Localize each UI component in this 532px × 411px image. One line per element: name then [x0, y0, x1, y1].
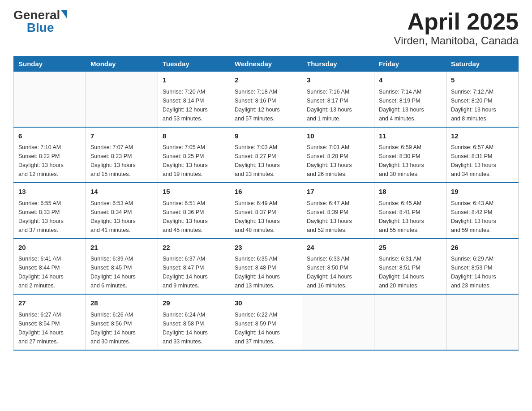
day-info: Sunrise: 6:31 AM Sunset: 8:51 PM Dayligh… [379, 254, 442, 290]
day-number: 22 [163, 243, 225, 253]
calendar-day-cell: 15Sunrise: 6:51 AM Sunset: 8:36 PM Dayli… [158, 183, 230, 239]
day-info: Sunrise: 6:43 AM Sunset: 8:42 PM Dayligh… [451, 199, 514, 235]
logo-text-blue: Blue [27, 21, 54, 34]
calendar-week-row: 20Sunrise: 6:41 AM Sunset: 8:44 PM Dayli… [14, 239, 519, 295]
day-number: 8 [163, 131, 225, 141]
day-number: 29 [163, 298, 225, 308]
calendar-day-cell: 22Sunrise: 6:37 AM Sunset: 8:47 PM Dayli… [158, 239, 230, 295]
calendar-day-cell: 17Sunrise: 6:47 AM Sunset: 8:39 PM Dayli… [302, 183, 374, 239]
day-info: Sunrise: 6:39 AM Sunset: 8:45 PM Dayligh… [90, 254, 153, 290]
calendar-day-cell [86, 72, 158, 127]
calendar-day-cell: 9Sunrise: 7:03 AM Sunset: 8:27 PM Daylig… [230, 127, 302, 183]
day-number: 4 [379, 75, 442, 86]
calendar-day-cell [14, 72, 86, 127]
calendar-day-cell: 14Sunrise: 6:53 AM Sunset: 8:34 PM Dayli… [86, 183, 158, 239]
calendar-day-cell: 2Sunrise: 7:18 AM Sunset: 8:16 PM Daylig… [230, 72, 302, 127]
day-number: 2 [235, 75, 297, 86]
calendar-day-cell [446, 294, 519, 350]
calendar-day-header: Friday [374, 56, 446, 72]
calendar-day-cell: 21Sunrise: 6:39 AM Sunset: 8:45 PM Dayli… [86, 239, 158, 295]
day-number: 18 [379, 187, 442, 197]
calendar-day-cell: 8Sunrise: 7:05 AM Sunset: 8:25 PM Daylig… [158, 127, 230, 183]
calendar-day-cell: 18Sunrise: 6:45 AM Sunset: 8:41 PM Dayli… [374, 183, 446, 239]
calendar-day-cell: 7Sunrise: 7:07 AM Sunset: 8:23 PM Daylig… [86, 127, 158, 183]
calendar-day-cell: 1Sunrise: 7:20 AM Sunset: 8:14 PM Daylig… [158, 72, 230, 127]
day-info: Sunrise: 7:07 AM Sunset: 8:23 PM Dayligh… [90, 143, 153, 179]
calendar-day-cell: 20Sunrise: 6:41 AM Sunset: 8:44 PM Dayli… [14, 239, 86, 295]
day-number: 23 [235, 243, 297, 253]
day-info: Sunrise: 7:20 AM Sunset: 8:14 PM Dayligh… [163, 87, 225, 123]
calendar-day-cell: 13Sunrise: 6:55 AM Sunset: 8:33 PM Dayli… [14, 183, 86, 239]
calendar-day-cell: 3Sunrise: 7:16 AM Sunset: 8:17 PM Daylig… [302, 72, 374, 127]
day-number: 15 [163, 187, 225, 197]
logo: General Blue [13, 9, 67, 34]
day-info: Sunrise: 7:16 AM Sunset: 8:17 PM Dayligh… [307, 87, 369, 123]
day-number: 17 [307, 187, 369, 197]
calendar-day-cell [302, 294, 374, 350]
calendar-day-header: Tuesday [158, 56, 230, 72]
day-info: Sunrise: 7:14 AM Sunset: 8:19 PM Dayligh… [379, 87, 442, 123]
day-number: 7 [90, 131, 153, 141]
day-number: 24 [307, 243, 369, 253]
logo-text-general: General [13, 9, 60, 21]
calendar-week-row: 13Sunrise: 6:55 AM Sunset: 8:33 PM Dayli… [14, 183, 519, 239]
day-info: Sunrise: 6:53 AM Sunset: 8:34 PM Dayligh… [90, 199, 153, 235]
calendar-table: SundayMondayTuesdayWednesdayThursdayFrid… [13, 56, 519, 351]
calendar-day-header: Sunday [14, 56, 86, 72]
day-info: Sunrise: 6:35 AM Sunset: 8:48 PM Dayligh… [235, 254, 297, 290]
calendar-day-cell: 24Sunrise: 6:33 AM Sunset: 8:50 PM Dayli… [302, 239, 374, 295]
day-info: Sunrise: 6:24 AM Sunset: 8:58 PM Dayligh… [163, 310, 225, 346]
calendar-day-cell: 10Sunrise: 7:01 AM Sunset: 8:28 PM Dayli… [302, 127, 374, 183]
day-number: 12 [451, 131, 514, 141]
day-info: Sunrise: 7:01 AM Sunset: 8:28 PM Dayligh… [307, 143, 369, 179]
day-info: Sunrise: 6:47 AM Sunset: 8:39 PM Dayligh… [307, 199, 369, 235]
day-info: Sunrise: 6:51 AM Sunset: 8:36 PM Dayligh… [163, 199, 225, 235]
day-number: 3 [307, 75, 369, 86]
calendar-day-cell: 30Sunrise: 6:22 AM Sunset: 8:59 PM Dayli… [230, 294, 302, 350]
day-info: Sunrise: 6:57 AM Sunset: 8:31 PM Dayligh… [451, 143, 514, 179]
day-number: 30 [235, 298, 297, 308]
day-number: 13 [18, 187, 81, 197]
day-number: 26 [451, 243, 514, 253]
calendar-header-row: SundayMondayTuesdayWednesdayThursdayFrid… [14, 56, 519, 72]
title-area: April 2025 Virden, Manitoba, Canada [394, 9, 519, 47]
calendar-day-cell: 26Sunrise: 6:29 AM Sunset: 8:53 PM Dayli… [446, 239, 519, 295]
day-info: Sunrise: 6:45 AM Sunset: 8:41 PM Dayligh… [379, 199, 442, 235]
calendar-day-cell: 23Sunrise: 6:35 AM Sunset: 8:48 PM Dayli… [230, 239, 302, 295]
calendar-day-cell: 16Sunrise: 6:49 AM Sunset: 8:37 PM Dayli… [230, 183, 302, 239]
logo-triangle-icon [61, 10, 67, 19]
calendar-day-header: Saturday [446, 56, 519, 72]
calendar-day-cell: 12Sunrise: 6:57 AM Sunset: 8:31 PM Dayli… [446, 127, 519, 183]
day-number: 16 [235, 187, 297, 197]
day-info: Sunrise: 7:03 AM Sunset: 8:27 PM Dayligh… [235, 143, 297, 179]
page-header: General Blue April 2025 Virden, Manitoba… [13, 9, 519, 47]
calendar-day-cell: 19Sunrise: 6:43 AM Sunset: 8:42 PM Dayli… [446, 183, 519, 239]
calendar-day-cell: 29Sunrise: 6:24 AM Sunset: 8:58 PM Dayli… [158, 294, 230, 350]
day-info: Sunrise: 6:27 AM Sunset: 8:54 PM Dayligh… [18, 310, 81, 346]
calendar-day-cell: 27Sunrise: 6:27 AM Sunset: 8:54 PM Dayli… [14, 294, 86, 350]
day-number: 28 [90, 298, 153, 308]
day-info: Sunrise: 7:10 AM Sunset: 8:22 PM Dayligh… [18, 143, 81, 179]
calendar-day-cell: 4Sunrise: 7:14 AM Sunset: 8:19 PM Daylig… [374, 72, 446, 127]
calendar-day-cell: 6Sunrise: 7:10 AM Sunset: 8:22 PM Daylig… [14, 127, 86, 183]
day-info: Sunrise: 6:33 AM Sunset: 8:50 PM Dayligh… [307, 254, 369, 290]
day-number: 6 [18, 131, 81, 141]
day-number: 1 [163, 75, 225, 86]
day-number: 5 [451, 75, 514, 86]
day-info: Sunrise: 7:12 AM Sunset: 8:20 PM Dayligh… [451, 87, 514, 123]
calendar-day-cell: 28Sunrise: 6:26 AM Sunset: 8:56 PM Dayli… [86, 294, 158, 350]
day-number: 10 [307, 131, 369, 141]
calendar-week-row: 27Sunrise: 6:27 AM Sunset: 8:54 PM Dayli… [14, 294, 519, 350]
page-title: April 2025 [394, 9, 519, 34]
day-info: Sunrise: 6:37 AM Sunset: 8:47 PM Dayligh… [163, 254, 225, 290]
calendar-day-cell: 25Sunrise: 6:31 AM Sunset: 8:51 PM Dayli… [374, 239, 446, 295]
day-info: Sunrise: 6:59 AM Sunset: 8:30 PM Dayligh… [379, 143, 442, 179]
day-info: Sunrise: 7:18 AM Sunset: 8:16 PM Dayligh… [235, 87, 297, 123]
day-info: Sunrise: 6:22 AM Sunset: 8:59 PM Dayligh… [235, 310, 297, 346]
day-info: Sunrise: 6:41 AM Sunset: 8:44 PM Dayligh… [18, 254, 81, 290]
calendar-day-cell: 5Sunrise: 7:12 AM Sunset: 8:20 PM Daylig… [446, 72, 519, 127]
calendar-day-header: Thursday [302, 56, 374, 72]
day-number: 21 [90, 243, 153, 253]
day-number: 27 [18, 298, 81, 308]
day-number: 9 [235, 131, 297, 141]
